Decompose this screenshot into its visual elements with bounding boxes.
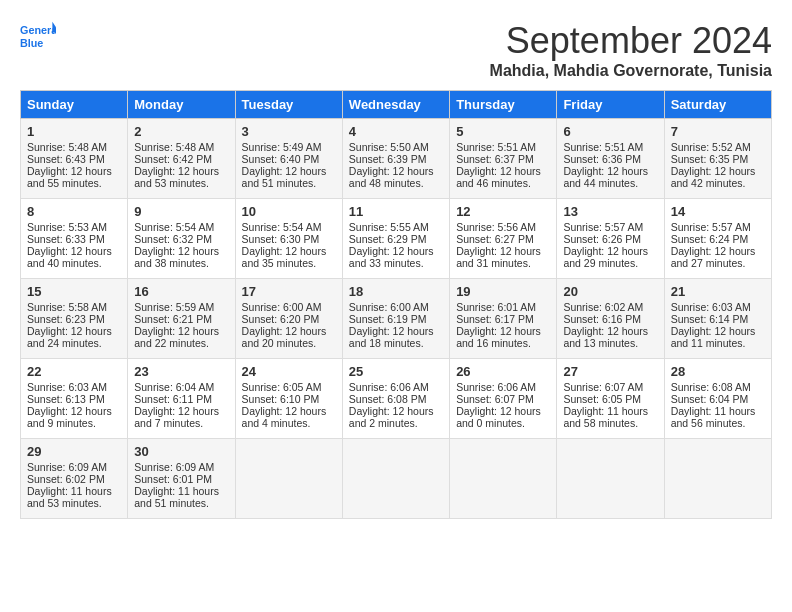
day-number: 16 bbox=[134, 284, 228, 299]
day-info: Daylight: 12 hours bbox=[349, 165, 443, 177]
day-number: 11 bbox=[349, 204, 443, 219]
day-info: and 51 minutes. bbox=[242, 177, 336, 189]
day-info: and 7 minutes. bbox=[134, 417, 228, 429]
day-info: Sunset: 6:02 PM bbox=[27, 473, 121, 485]
day-info: Daylight: 11 hours bbox=[671, 405, 765, 417]
day-info: and 4 minutes. bbox=[242, 417, 336, 429]
day-info: Sunrise: 6:06 AM bbox=[349, 381, 443, 393]
day-info: and 33 minutes. bbox=[349, 257, 443, 269]
day-info: Daylight: 12 hours bbox=[27, 405, 121, 417]
calendar-cell bbox=[557, 439, 664, 519]
day-info: and 24 minutes. bbox=[27, 337, 121, 349]
calendar-cell: 2Sunrise: 5:48 AMSunset: 6:42 PMDaylight… bbox=[128, 119, 235, 199]
calendar-cell: 14Sunrise: 5:57 AMSunset: 6:24 PMDayligh… bbox=[664, 199, 771, 279]
day-number: 29 bbox=[27, 444, 121, 459]
day-info: Sunrise: 6:09 AM bbox=[134, 461, 228, 473]
day-info: Daylight: 12 hours bbox=[349, 325, 443, 337]
day-info: Sunset: 6:08 PM bbox=[349, 393, 443, 405]
calendar-cell: 16Sunrise: 5:59 AMSunset: 6:21 PMDayligh… bbox=[128, 279, 235, 359]
day-info: Sunset: 6:29 PM bbox=[349, 233, 443, 245]
day-info: Sunrise: 5:51 AM bbox=[563, 141, 657, 153]
day-number: 23 bbox=[134, 364, 228, 379]
day-number: 30 bbox=[134, 444, 228, 459]
day-info: and 56 minutes. bbox=[671, 417, 765, 429]
day-info: and 16 minutes. bbox=[456, 337, 550, 349]
day-info: Sunrise: 5:48 AM bbox=[134, 141, 228, 153]
day-number: 5 bbox=[456, 124, 550, 139]
day-info: Sunrise: 5:56 AM bbox=[456, 221, 550, 233]
day-info: Sunset: 6:20 PM bbox=[242, 313, 336, 325]
day-info: Sunrise: 6:04 AM bbox=[134, 381, 228, 393]
day-info: Sunrise: 6:08 AM bbox=[671, 381, 765, 393]
day-info: Daylight: 12 hours bbox=[134, 325, 228, 337]
day-info: Sunset: 6:01 PM bbox=[134, 473, 228, 485]
calendar-cell: 12Sunrise: 5:56 AMSunset: 6:27 PMDayligh… bbox=[450, 199, 557, 279]
day-info: Sunset: 6:23 PM bbox=[27, 313, 121, 325]
day-info: Daylight: 12 hours bbox=[242, 405, 336, 417]
day-info: Sunrise: 6:09 AM bbox=[27, 461, 121, 473]
calendar-cell: 9Sunrise: 5:54 AMSunset: 6:32 PMDaylight… bbox=[128, 199, 235, 279]
day-info: and 38 minutes. bbox=[134, 257, 228, 269]
day-info: Sunset: 6:42 PM bbox=[134, 153, 228, 165]
svg-marker-2 bbox=[52, 22, 56, 33]
day-info: and 20 minutes. bbox=[242, 337, 336, 349]
day-number: 14 bbox=[671, 204, 765, 219]
day-info: and 18 minutes. bbox=[349, 337, 443, 349]
day-info: Sunrise: 5:52 AM bbox=[671, 141, 765, 153]
day-info: and 46 minutes. bbox=[456, 177, 550, 189]
day-info: Daylight: 12 hours bbox=[456, 245, 550, 257]
day-info: Daylight: 12 hours bbox=[27, 245, 121, 257]
day-info: Sunrise: 5:53 AM bbox=[27, 221, 121, 233]
day-info: Sunset: 6:39 PM bbox=[349, 153, 443, 165]
day-info: Sunset: 6:10 PM bbox=[242, 393, 336, 405]
day-info: Sunrise: 5:58 AM bbox=[27, 301, 121, 313]
day-info: and 0 minutes. bbox=[456, 417, 550, 429]
calendar-cell: 4Sunrise: 5:50 AMSunset: 6:39 PMDaylight… bbox=[342, 119, 449, 199]
day-info: Daylight: 12 hours bbox=[671, 165, 765, 177]
weekday-header: Friday bbox=[557, 91, 664, 119]
day-info: Sunrise: 6:02 AM bbox=[563, 301, 657, 313]
day-number: 20 bbox=[563, 284, 657, 299]
day-info: Sunrise: 5:49 AM bbox=[242, 141, 336, 153]
day-number: 2 bbox=[134, 124, 228, 139]
calendar-cell bbox=[450, 439, 557, 519]
day-info: Sunset: 6:36 PM bbox=[563, 153, 657, 165]
day-info: Sunrise: 5:55 AM bbox=[349, 221, 443, 233]
day-info: Daylight: 12 hours bbox=[456, 325, 550, 337]
day-info: Daylight: 12 hours bbox=[563, 325, 657, 337]
day-info: and 44 minutes. bbox=[563, 177, 657, 189]
page-header: General Blue September 2024 Mahdia, Mahd… bbox=[20, 20, 772, 80]
day-info: Sunset: 6:13 PM bbox=[27, 393, 121, 405]
day-info: Sunrise: 5:57 AM bbox=[671, 221, 765, 233]
day-info: Sunrise: 5:57 AM bbox=[563, 221, 657, 233]
day-info: Sunset: 6:26 PM bbox=[563, 233, 657, 245]
calendar-cell: 7Sunrise: 5:52 AMSunset: 6:35 PMDaylight… bbox=[664, 119, 771, 199]
calendar-cell bbox=[235, 439, 342, 519]
calendar-cell: 17Sunrise: 6:00 AMSunset: 6:20 PMDayligh… bbox=[235, 279, 342, 359]
day-info: Sunset: 6:37 PM bbox=[456, 153, 550, 165]
svg-text:General: General bbox=[20, 24, 56, 36]
calendar-cell bbox=[664, 439, 771, 519]
day-info: Daylight: 12 hours bbox=[456, 165, 550, 177]
day-number: 12 bbox=[456, 204, 550, 219]
day-info: and 22 minutes. bbox=[134, 337, 228, 349]
day-number: 25 bbox=[349, 364, 443, 379]
day-number: 22 bbox=[27, 364, 121, 379]
day-info: and 2 minutes. bbox=[349, 417, 443, 429]
day-info: Sunrise: 5:48 AM bbox=[27, 141, 121, 153]
month-title: September 2024 bbox=[490, 20, 772, 62]
day-info: Sunrise: 5:51 AM bbox=[456, 141, 550, 153]
day-info: Daylight: 12 hours bbox=[242, 325, 336, 337]
calendar-cell: 5Sunrise: 5:51 AMSunset: 6:37 PMDaylight… bbox=[450, 119, 557, 199]
calendar-cell bbox=[342, 439, 449, 519]
calendar-cell: 13Sunrise: 5:57 AMSunset: 6:26 PMDayligh… bbox=[557, 199, 664, 279]
day-info: Sunset: 6:33 PM bbox=[27, 233, 121, 245]
day-info: Sunrise: 6:06 AM bbox=[456, 381, 550, 393]
calendar-cell: 27Sunrise: 6:07 AMSunset: 6:05 PMDayligh… bbox=[557, 359, 664, 439]
day-info: Sunrise: 6:03 AM bbox=[671, 301, 765, 313]
day-info: Sunrise: 5:54 AM bbox=[134, 221, 228, 233]
day-info: Sunset: 6:32 PM bbox=[134, 233, 228, 245]
day-info: Daylight: 12 hours bbox=[349, 405, 443, 417]
calendar-cell: 28Sunrise: 6:08 AMSunset: 6:04 PMDayligh… bbox=[664, 359, 771, 439]
day-number: 28 bbox=[671, 364, 765, 379]
